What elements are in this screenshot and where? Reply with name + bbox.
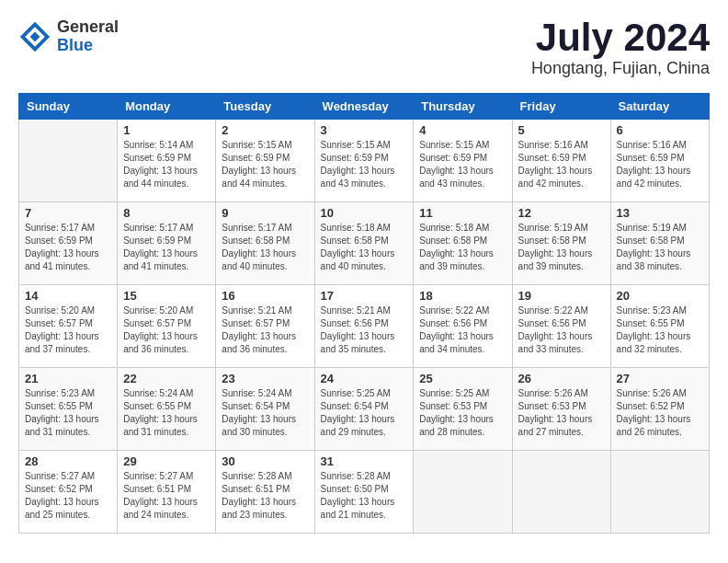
calendar-cell: 9Sunrise: 5:17 AMSunset: 6:58 PMDaylight… [216,202,314,285]
day-info: Sunrise: 5:15 AMSunset: 6:59 PMDaylight:… [419,139,506,190]
day-info: Sunrise: 5:20 AMSunset: 6:57 PMDaylight:… [123,304,210,356]
calendar-cell: 24Sunrise: 5:25 AMSunset: 6:54 PMDayligh… [314,368,414,451]
day-info: Sunrise: 5:18 AMSunset: 6:58 PMDaylight:… [419,222,506,273]
calendar-cell: 19Sunrise: 5:22 AMSunset: 6:56 PMDayligh… [512,285,610,368]
calendar-cell: 22Sunrise: 5:24 AMSunset: 6:55 PMDayligh… [118,368,216,451]
day-number: 13 [617,206,703,220]
day-number: 24 [321,372,408,385]
day-info: Sunrise: 5:26 AMSunset: 6:53 PMDaylight:… [518,387,605,439]
week-row-3: 14Sunrise: 5:20 AMSunset: 6:57 PMDayligh… [19,285,710,368]
day-info: Sunrise: 5:25 AMSunset: 6:54 PMDaylight:… [321,387,408,439]
day-number: 5 [518,123,605,137]
title-block: July 2024 Hongtang, Fujian, China [531,18,710,78]
day-number: 4 [419,123,506,137]
day-info: Sunrise: 5:16 AMSunset: 6:59 PMDaylight:… [617,139,703,190]
day-info: Sunrise: 5:22 AMSunset: 6:56 PMDaylight:… [419,304,506,356]
calendar-cell: 21Sunrise: 5:23 AMSunset: 6:55 PMDayligh… [19,368,118,451]
calendar-cell: 23Sunrise: 5:24 AMSunset: 6:54 PMDayligh… [216,368,314,451]
day-info: Sunrise: 5:21 AMSunset: 6:56 PMDaylight:… [321,304,408,356]
day-number: 11 [419,206,506,220]
calendar-cell: 13Sunrise: 5:19 AMSunset: 6:58 PMDayligh… [610,202,709,285]
calendar-cell: 31Sunrise: 5:28 AMSunset: 6:50 PMDayligh… [314,451,414,534]
month-year-title: July 2024 [531,18,710,57]
day-number: 18 [419,289,506,303]
week-row-2: 7Sunrise: 5:17 AMSunset: 6:59 PMDaylight… [19,202,710,285]
day-info: Sunrise: 5:23 AMSunset: 6:55 PMDaylight:… [617,304,703,356]
day-info: Sunrise: 5:23 AMSunset: 6:55 PMDaylight:… [25,387,111,439]
day-info: Sunrise: 5:22 AMSunset: 6:56 PMDaylight:… [518,304,605,356]
day-number: 17 [321,289,408,303]
day-number: 2 [222,123,308,137]
col-header-tuesday: Tuesday [216,94,314,120]
day-number: 15 [123,289,210,303]
day-info: Sunrise: 5:28 AMSunset: 6:50 PMDaylight:… [321,470,408,522]
day-number: 28 [25,454,111,468]
page-header: General Blue July 2024 Hongtang, Fujian,… [18,18,710,78]
calendar-cell: 18Sunrise: 5:22 AMSunset: 6:56 PMDayligh… [414,285,512,368]
calendar-cell: 27Sunrise: 5:26 AMSunset: 6:52 PMDayligh… [610,368,709,451]
day-number: 8 [123,206,210,220]
day-info: Sunrise: 5:27 AMSunset: 6:52 PMDaylight:… [25,470,111,522]
day-number: 21 [25,372,111,385]
day-info: Sunrise: 5:19 AMSunset: 6:58 PMDaylight:… [518,222,605,273]
day-info: Sunrise: 5:25 AMSunset: 6:53 PMDaylight:… [419,387,506,439]
calendar-cell: 3Sunrise: 5:15 AMSunset: 6:59 PMDaylight… [314,120,414,202]
day-info: Sunrise: 5:20 AMSunset: 6:57 PMDaylight:… [25,304,111,356]
day-info: Sunrise: 5:28 AMSunset: 6:51 PMDaylight:… [222,470,308,522]
day-info: Sunrise: 5:17 AMSunset: 6:59 PMDaylight:… [25,222,111,273]
calendar-table: SundayMondayTuesdayWednesdayThursdayFrid… [18,93,710,534]
logo-blue: Blue [57,37,119,55]
calendar-cell: 1Sunrise: 5:14 AMSunset: 6:59 PMDaylight… [118,120,216,202]
day-info: Sunrise: 5:19 AMSunset: 6:58 PMDaylight:… [617,222,703,273]
day-number: 20 [617,289,703,303]
day-number: 30 [222,454,308,468]
calendar-cell: 4Sunrise: 5:15 AMSunset: 6:59 PMDaylight… [414,120,512,202]
day-info: Sunrise: 5:17 AMSunset: 6:59 PMDaylight:… [123,222,210,273]
calendar-cell: 12Sunrise: 5:19 AMSunset: 6:58 PMDayligh… [512,202,610,285]
day-info: Sunrise: 5:24 AMSunset: 6:54 PMDaylight:… [222,387,308,439]
day-info: Sunrise: 5:14 AMSunset: 6:59 PMDaylight:… [123,139,210,190]
calendar-cell: 28Sunrise: 5:27 AMSunset: 6:52 PMDayligh… [19,451,118,534]
day-number: 12 [518,206,605,220]
calendar-cell: 29Sunrise: 5:27 AMSunset: 6:51 PMDayligh… [118,451,216,534]
calendar-cell: 17Sunrise: 5:21 AMSunset: 6:56 PMDayligh… [314,285,414,368]
calendar-cell: 11Sunrise: 5:18 AMSunset: 6:58 PMDayligh… [414,202,512,285]
day-number: 6 [617,123,703,137]
calendar-cell: 7Sunrise: 5:17 AMSunset: 6:59 PMDaylight… [19,202,118,285]
day-number: 27 [617,372,703,385]
day-number: 3 [321,123,408,137]
calendar-cell: 5Sunrise: 5:16 AMSunset: 6:59 PMDaylight… [512,120,610,202]
day-number: 14 [25,289,111,303]
col-header-thursday: Thursday [414,94,512,120]
col-header-wednesday: Wednesday [314,94,414,120]
col-header-monday: Monday [118,94,216,120]
day-number: 9 [222,206,308,220]
calendar-cell [414,451,512,534]
week-row-4: 21Sunrise: 5:23 AMSunset: 6:55 PMDayligh… [19,368,710,451]
calendar-cell: 25Sunrise: 5:25 AMSunset: 6:53 PMDayligh… [414,368,512,451]
location-subtitle: Hongtang, Fujian, China [531,59,710,78]
calendar-cell: 16Sunrise: 5:21 AMSunset: 6:57 PMDayligh… [216,285,314,368]
day-info: Sunrise: 5:15 AMSunset: 6:59 PMDaylight:… [321,139,408,190]
logo-text: General Blue [57,18,119,55]
logo-icon [18,20,51,53]
day-info: Sunrise: 5:15 AMSunset: 6:59 PMDaylight:… [222,139,308,190]
day-info: Sunrise: 5:17 AMSunset: 6:58 PMDaylight:… [222,222,308,273]
day-number: 22 [123,372,210,385]
calendar-cell [610,451,709,534]
calendar-cell: 15Sunrise: 5:20 AMSunset: 6:57 PMDayligh… [118,285,216,368]
col-header-sunday: Sunday [19,94,118,120]
day-number: 1 [123,123,210,137]
calendar-header-row: SundayMondayTuesdayWednesdayThursdayFrid… [19,94,710,120]
logo-general: General [57,18,119,37]
day-number: 31 [321,454,408,468]
day-number: 25 [419,372,506,385]
day-number: 23 [222,372,308,385]
calendar-cell [512,451,610,534]
calendar-cell: 10Sunrise: 5:18 AMSunset: 6:58 PMDayligh… [314,202,414,285]
day-number: 16 [222,289,308,303]
calendar-cell: 20Sunrise: 5:23 AMSunset: 6:55 PMDayligh… [610,285,709,368]
col-header-saturday: Saturday [610,94,709,120]
day-number: 7 [25,206,111,220]
logo: General Blue [18,18,119,55]
